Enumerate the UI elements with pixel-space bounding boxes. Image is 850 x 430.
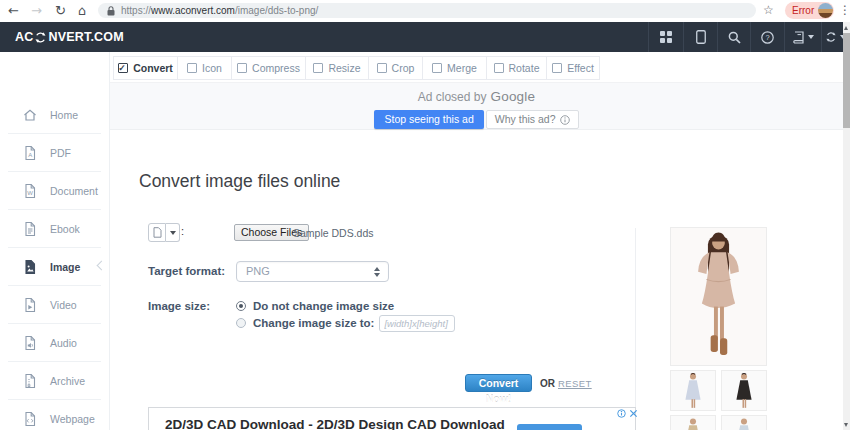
tab-label: Crop [392,62,415,74]
bottom-ad[interactable]: 2D/3D CAD Download - 2D/3D Design CAD Do… [148,407,636,430]
ad-closed-text: Ad closed byGoogle [110,89,843,104]
ad-cta-button[interactable] [517,424,582,430]
sidebar-item-ebook[interactable]: Ebook [8,210,101,248]
why-this-ad-label: Why this ad? [495,110,556,129]
google-wordmark: Google [490,89,535,104]
ad-product-thumb-4[interactable] [721,415,767,430]
mobile-icon [696,30,706,44]
apps-grid-button[interactable] [648,22,683,52]
sidebar-item-archive[interactable]: Archive [8,362,101,400]
change-size-option: Change image size to: [236,314,455,332]
scrollbar-thumb[interactable] [843,33,850,128]
tab-compress[interactable]: Compress [231,56,306,80]
apps-grid-icon [660,31,672,43]
keep-size-option-label[interactable]: Do not change image size [253,300,394,312]
checkbox-icon [237,63,247,73]
address-bar[interactable]: https://www.aconvert.com/image/dds-to-pn… [98,3,756,18]
tab-label: Resize [328,62,360,74]
checkbox-icon [494,63,504,73]
browser-toolbar: ← → ↻ ⌂ https://www.aconvert.com/image/d… [0,0,850,22]
back-icon[interactable]: ← [8,2,19,20]
forward-icon[interactable]: → [31,2,42,20]
ebook-file-icon [22,221,38,237]
bookmark-star-icon[interactable]: ☆ [763,3,774,17]
sidebar-item-home[interactable]: Home [8,96,101,134]
audio-file-icon [22,335,38,351]
file-source-button[interactable] [148,223,166,242]
sidebar-item-audio[interactable]: Audio [8,324,101,362]
site-logo[interactable]: AC NVERT.COM [15,22,124,52]
keep-size-option: Do not change image size [236,297,394,315]
svg-text:A: A [28,151,32,157]
page-scrollbar[interactable] [843,22,850,430]
convert-now-button[interactable]: Convert Now! [465,374,532,392]
sidebar-item-label: Ebook [50,223,80,235]
ad-product-image-main[interactable] [670,227,767,366]
ad-close-icon[interactable] [629,409,638,418]
ad-product-thumb-2[interactable] [721,370,767,411]
tab-resize[interactable]: Resize [305,56,369,80]
mobile-button[interactable] [683,22,717,52]
word-file-icon: W [22,183,38,199]
sidebar-item-label: Audio [50,337,77,349]
image-size-label: Image size: [148,300,210,312]
dress-thumb-illustration [671,416,715,430]
checkbox-checked-icon [118,63,128,73]
tab-label: Convert [133,62,173,74]
home-icon[interactable]: ⌂ [78,2,86,20]
tab-icon[interactable]: Icon [177,56,232,80]
or-label: OR [540,378,555,389]
checkbox-icon [552,63,562,73]
logo-prefix: AC [15,30,33,44]
screen: ← → ↻ ⌂ https://www.aconvert.com/image/d… [0,0,850,430]
radio-selected[interactable] [236,301,246,311]
svg-text:W: W [27,190,33,196]
file-source-dropdown[interactable] [166,223,180,242]
dress-thumb-illustration [671,371,715,410]
sidebar-item-label: Home [50,109,78,121]
adchoices-info-icon[interactable] [617,409,626,418]
profile-error-badge[interactable]: Error [785,2,834,19]
archive-file-icon [22,373,38,389]
overflow-menu-icon[interactable]: ⋮ [839,3,850,17]
sync-icon [825,31,837,43]
home-icon [22,107,38,123]
scroll-down-icon[interactable] [844,423,848,427]
size-input[interactable] [379,315,455,332]
sidebar-item-video[interactable]: Video [8,286,101,324]
tab-crop[interactable]: Crop [368,56,423,80]
tab-effect[interactable]: Effect [546,56,600,80]
sidebar-item-image[interactable]: Image [8,248,101,286]
tab-convert[interactable]: Convert [113,56,178,80]
caret-down-icon [808,35,814,39]
selected-filename: Sample DDS.dds [293,227,374,239]
tab-rotate[interactable]: Rotate [486,56,547,80]
tab-label: Icon [202,62,222,74]
change-size-option-label[interactable]: Change image size to: [253,317,374,329]
reset-link[interactable]: RESET [558,378,592,389]
checkbox-icon [432,63,442,73]
avatar [818,3,833,18]
language-book-icon [793,31,805,44]
search-button[interactable] [717,22,750,52]
ad-product-thumb-1[interactable] [670,370,716,411]
help-button[interactable]: ? [750,22,784,52]
sidebar-item-webpage[interactable]: Webpage [8,400,101,430]
ad-product-thumb-3[interactable] [670,415,716,430]
scroll-up-icon[interactable] [844,26,848,30]
radio-unselected[interactable] [236,318,246,328]
ad-headline[interactable]: 2D/3D CAD Download - 2D/3D Design CAD Do… [165,417,505,430]
select-stepper-icon [374,267,380,277]
stop-seeing-ad-button[interactable]: Stop seeing this ad [374,110,483,129]
sidebar-item-pdf[interactable]: A PDF [8,134,101,172]
url-text: https://www.aconvert.com/image/dds-to-pn… [121,5,318,16]
error-badge-label: Error [792,5,814,16]
language-menu-button[interactable] [784,22,821,52]
tab-merge[interactable]: Merge [422,56,487,80]
reload-icon[interactable]: ↻ [55,2,66,20]
convert-sync-icon [34,31,47,44]
target-format-select[interactable]: PNG [236,261,389,282]
why-this-ad-button[interactable]: Why this ad? [486,110,579,129]
content-divider [635,228,636,430]
sidebar-item-document[interactable]: W Document [8,172,101,210]
